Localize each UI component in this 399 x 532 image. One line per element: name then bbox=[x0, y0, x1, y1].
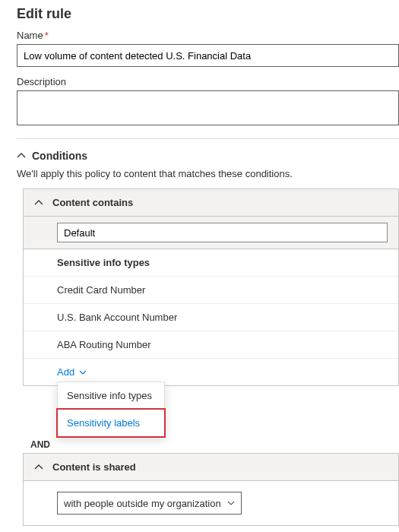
description-label: Description bbox=[17, 76, 399, 87]
conditions-description: We'll apply this policy to content that … bbox=[17, 168, 399, 179]
chevron-up-icon bbox=[34, 198, 43, 207]
list-item[interactable]: Credit Card Number bbox=[24, 277, 398, 304]
chevron-up-icon bbox=[34, 463, 43, 472]
content-contains-header[interactable]: Content contains bbox=[24, 189, 398, 217]
chevron-down-icon bbox=[79, 369, 87, 376]
add-dropdown-menu: Sensitive info types Sensitivity labels bbox=[57, 382, 165, 437]
description-field-group: Description bbox=[17, 76, 399, 128]
chevron-down-icon bbox=[227, 498, 235, 509]
add-label: Add bbox=[57, 366, 74, 378]
shared-scope-value: with people outside my organization bbox=[64, 498, 221, 509]
default-input[interactable] bbox=[57, 223, 388, 242]
content-shared-body: with people outside my organization bbox=[24, 481, 398, 525]
conditions-title: Conditions bbox=[32, 150, 87, 162]
content-contains-block: Content contains Sensitive info types Cr… bbox=[23, 188, 399, 386]
default-row bbox=[24, 217, 398, 249]
name-label: Name* bbox=[17, 30, 399, 41]
conditions-section-header[interactable]: Conditions bbox=[17, 150, 399, 162]
shared-scope-select[interactable]: with people outside my organization bbox=[57, 492, 242, 515]
name-input[interactable] bbox=[17, 44, 399, 67]
content-shared-block: Content is shared with people outside my… bbox=[23, 453, 399, 526]
list-item[interactable]: U.S. Bank Account Number bbox=[24, 304, 398, 331]
name-label-text: Name bbox=[17, 30, 43, 41]
dropdown-item-sensitive-info-types[interactable]: Sensitive info types bbox=[58, 382, 164, 410]
name-field-group: Name* bbox=[17, 30, 399, 67]
add-button[interactable]: Add bbox=[57, 366, 87, 378]
required-asterisk: * bbox=[45, 30, 49, 41]
content-shared-header[interactable]: Content is shared bbox=[24, 454, 398, 481]
dropdown-item-sensitivity-labels[interactable]: Sensitivity labels bbox=[56, 408, 166, 438]
list-item[interactable]: ABA Routing Number bbox=[24, 331, 398, 359]
add-row: Add Sensitive info types Sensitivity lab… bbox=[24, 359, 398, 385]
description-input[interactable] bbox=[17, 90, 399, 125]
divider bbox=[17, 138, 399, 139]
page-title: Edit rule bbox=[17, 6, 399, 22]
sensitive-info-header: Sensitive info types bbox=[24, 249, 398, 277]
and-operator-label: AND bbox=[30, 439, 399, 450]
content-shared-label: Content is shared bbox=[52, 461, 136, 473]
content-contains-label: Content contains bbox=[52, 197, 133, 208]
chevron-up-icon bbox=[17, 151, 26, 160]
